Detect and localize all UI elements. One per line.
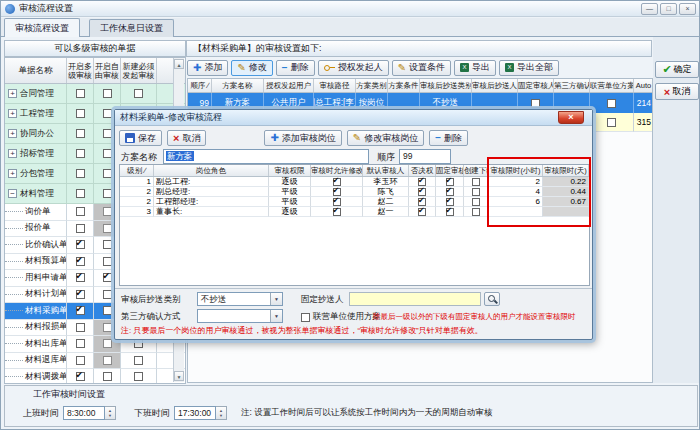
- checkbox[interactable]: [103, 169, 112, 178]
- doc-tree-row[interactable]: +合同管理: [5, 84, 185, 104]
- column-header[interactable]: Auto: [634, 79, 653, 92]
- export-all-button[interactable]: X导出全部: [499, 60, 559, 76]
- tree-check-cell[interactable]: [94, 353, 121, 370]
- tree-check-cell[interactable]: [67, 369, 94, 384]
- checkbox[interactable]: [446, 208, 454, 216]
- end-time-spinner[interactable]: ▲▼: [216, 406, 227, 420]
- checkbox[interactable]: [446, 188, 454, 196]
- checkbox[interactable]: [76, 149, 85, 158]
- checkbox[interactable]: [76, 207, 85, 216]
- cc-person-lookup-button[interactable]: [484, 292, 500, 306]
- checkbox[interactable]: [76, 109, 85, 118]
- checkbox[interactable]: [76, 129, 85, 138]
- column-header[interactable]: 审核权限: [269, 165, 311, 176]
- tree-check-cell[interactable]: [67, 237, 94, 254]
- checkbox[interactable]: [333, 188, 341, 196]
- checkbox[interactable]: [472, 188, 480, 196]
- checkbox[interactable]: [333, 198, 341, 206]
- edit-audit-post-button[interactable]: ✎修改审核岗位: [347, 130, 424, 146]
- tree-check-cell[interactable]: [67, 184, 94, 204]
- checkbox[interactable]: [134, 372, 143, 381]
- doc-tree-row[interactable]: 材料调拨单: [5, 369, 185, 384]
- close-button[interactable]: ×: [679, 3, 696, 15]
- tree-check-cell[interactable]: [121, 353, 157, 370]
- joint-unit-checkbox[interactable]: 联营单位使用方案: [301, 311, 381, 323]
- checkbox[interactable]: [472, 198, 480, 206]
- remove-audit-post-button[interactable]: −删除: [429, 130, 468, 146]
- audit-post-cell[interactable]: [409, 207, 436, 217]
- checkbox[interactable]: [531, 99, 540, 108]
- audit-post-cell[interactable]: [311, 177, 363, 187]
- tree-check-cell[interactable]: [67, 270, 94, 287]
- checkbox[interactable]: [418, 198, 426, 206]
- set-condition-button[interactable]: ✎设置条件: [392, 60, 451, 76]
- plan-name-input[interactable]: 新方案: [163, 149, 369, 164]
- ok-button[interactable]: ✔确定: [655, 61, 699, 78]
- tree-check-cell[interactable]: [67, 303, 94, 320]
- export-button[interactable]: X导出: [454, 60, 496, 76]
- column-header[interactable]: 方案条件: [388, 79, 420, 92]
- checkbox[interactable]: [301, 313, 310, 322]
- doc-tree-row[interactable]: 材料退库单: [5, 353, 185, 370]
- tree-check-cell[interactable]: [67, 336, 94, 353]
- column-header[interactable]: 级别 ∕: [120, 165, 154, 176]
- tree-check-cell[interactable]: [121, 369, 157, 384]
- column-header[interactable]: 否决权: [409, 165, 436, 176]
- checkbox[interactable]: [76, 339, 85, 348]
- expand-icon[interactable]: +: [8, 149, 17, 158]
- checkbox[interactable]: [103, 109, 112, 118]
- audit-post-cell[interactable]: [311, 207, 363, 217]
- column-header[interactable]: 岗位角色: [154, 165, 269, 176]
- tree-check-cell[interactable]: [67, 353, 94, 370]
- checkbox[interactable]: [76, 306, 85, 315]
- expand-icon[interactable]: +: [8, 169, 17, 178]
- dialog-cancel-button[interactable]: ×取消: [167, 130, 206, 146]
- authorize-initiator-button[interactable]: 授权发起人: [318, 60, 389, 76]
- checkbox[interactable]: [76, 89, 85, 98]
- audit-post-row[interactable]: 3董事长:逐级赵一: [120, 207, 589, 217]
- expand-icon[interactable]: +: [8, 129, 17, 138]
- tab-audit-flow[interactable]: 审核流程设置: [4, 18, 80, 37]
- checkbox[interactable]: [446, 198, 454, 206]
- audit-post-row[interactable]: 2副总经理:平级陈飞40.44: [120, 187, 589, 197]
- checkbox[interactable]: [103, 257, 112, 266]
- column-header[interactable]: 方案类别: [356, 79, 388, 92]
- checkbox[interactable]: [418, 178, 426, 186]
- start-time-input[interactable]: 8:30:00: [63, 406, 105, 420]
- checkbox[interactable]: [134, 339, 143, 348]
- column-header[interactable]: 审核路径: [314, 79, 356, 92]
- cc-type-select[interactable]: 不抄送▼: [197, 292, 283, 306]
- column-header[interactable]: 授权发起用户: [264, 79, 314, 92]
- checkbox[interactable]: [103, 323, 112, 332]
- checkbox[interactable]: [472, 178, 480, 186]
- scroll-down-icon[interactable]: ▼: [174, 371, 184, 381]
- save-button[interactable]: 保存: [119, 130, 162, 146]
- add-audit-post-button[interactable]: ✚添加审核岗位: [264, 130, 341, 146]
- audit-post-cell[interactable]: [409, 197, 436, 207]
- tree-check-cell[interactable]: [94, 84, 121, 104]
- tree-check-cell[interactable]: [67, 287, 94, 304]
- checkbox[interactable]: [103, 89, 112, 98]
- audit-post-cell[interactable]: [436, 177, 464, 187]
- checkbox[interactable]: [103, 240, 112, 249]
- checkbox[interactable]: [103, 189, 112, 198]
- cc-person-input[interactable]: [349, 292, 481, 306]
- column-header[interactable]: 联营单位方案: [590, 79, 634, 92]
- audit-post-cell[interactable]: [409, 177, 436, 187]
- checkbox[interactable]: [103, 129, 112, 138]
- column-header[interactable]: 第三方确认: [554, 79, 590, 92]
- checkbox[interactable]: [76, 257, 85, 266]
- audit-post-cell[interactable]: [436, 187, 464, 197]
- column-header[interactable]: 默认审核人: [363, 165, 409, 176]
- checkbox[interactable]: [103, 339, 112, 348]
- checkbox[interactable]: [76, 273, 85, 282]
- column-header[interactable]: 固定审核人: [436, 165, 464, 176]
- checkbox[interactable]: [103, 372, 112, 381]
- checkbox[interactable]: [418, 188, 426, 196]
- column-header[interactable]: 审核限时(天): [543, 165, 589, 176]
- checkbox[interactable]: [333, 208, 341, 216]
- checkbox[interactable]: [418, 208, 426, 216]
- order-input[interactable]: 99: [399, 149, 451, 164]
- chevron-down-icon[interactable]: ▼: [270, 310, 282, 322]
- end-time-input[interactable]: 17:30:00: [174, 406, 216, 420]
